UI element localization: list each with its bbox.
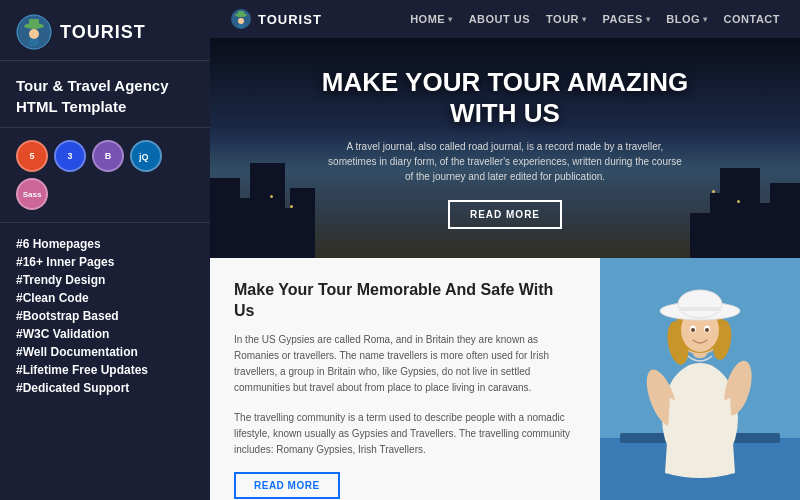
lower-title: Make Your Tour Memorable And Safe With U… <box>234 280 576 322</box>
home-dropdown-arrow: ▾ <box>448 15 453 24</box>
hero-content: MAKE YOUR TOUR AMAZING WITH US A travel … <box>282 67 728 229</box>
html5-badge: 5 <box>16 140 48 172</box>
html5-label: 5 <box>29 151 34 161</box>
lower-text-content: Make Your Tour Memorable And Safe With U… <box>210 258 600 500</box>
hero-section: MAKE YOUR TOUR AMAZING WITH US A travel … <box>210 38 800 258</box>
lower-description-1: In the US Gypsies are called Roma, and i… <box>234 332 576 396</box>
lower-image-area <box>600 258 800 500</box>
nav-item-pages[interactable]: PAGES ▾ <box>603 13 651 25</box>
svg-rect-25 <box>678 307 722 311</box>
nav-item-contact[interactable]: CONTACT <box>724 13 780 25</box>
nav-label-contact: CONTACT <box>724 13 780 25</box>
features-list: #6 Homepages #16+ Inner Pages #Trendy De… <box>16 235 194 397</box>
sidebar-title: Tour & Travel Agency HTML Template <box>16 75 194 117</box>
nav-brand: TOURIST <box>230 8 322 30</box>
lower-description-2: The travelling community is a term used … <box>234 410 576 458</box>
svg-rect-8 <box>238 11 244 16</box>
feature-item: #Lifetime Free Updates <box>16 361 194 379</box>
top-navigation: TOURIST HOME ▾ ABOUT US TOUR ▾ <box>210 0 800 38</box>
nav-label-tour: TOUR <box>546 13 579 25</box>
svg-point-28 <box>691 328 695 332</box>
feature-item: #Bootstrap Based <box>16 307 194 325</box>
nav-label-about: ABOUT US <box>469 13 530 25</box>
svg-rect-2 <box>29 19 39 27</box>
tour-dropdown-arrow: ▾ <box>582 15 587 24</box>
sass-label: Sass <box>23 190 42 199</box>
sidebar: TOURIST Tour & Travel Agency HTML Templa… <box>0 0 210 500</box>
bs-label: B <box>105 151 112 161</box>
lower-read-more-button[interactable]: READ MORE <box>234 472 340 499</box>
blog-dropdown-arrow: ▾ <box>703 15 708 24</box>
hero-title-line2: WITH US <box>450 98 560 128</box>
svg-text:jQ: jQ <box>138 152 149 162</box>
feature-item: #Clean Code <box>16 289 194 307</box>
nav-link-tour[interactable]: TOUR ▾ <box>546 13 586 25</box>
hero-read-more-button[interactable]: READ MORE <box>448 200 562 229</box>
nav-item-about[interactable]: ABOUT US <box>469 13 530 25</box>
window-light <box>737 200 740 203</box>
feature-item: #Well Documentation <box>16 343 194 361</box>
nav-label-pages: PAGES <box>603 13 643 25</box>
nav-item-home[interactable]: HOME ▾ <box>410 13 453 25</box>
tourist-logo-icon <box>16 14 52 50</box>
svg-point-24 <box>678 290 722 318</box>
nav-link-about[interactable]: ABOUT US <box>469 13 530 25</box>
sidebar-logo-area: TOURIST <box>0 0 210 61</box>
bootstrap-badge: B <box>92 140 124 172</box>
svg-point-29 <box>705 328 709 332</box>
nav-label-home: HOME <box>410 13 445 25</box>
pages-dropdown-arrow: ▾ <box>646 15 651 24</box>
nav-link-blog[interactable]: BLOG ▾ <box>666 13 707 25</box>
hero-title: MAKE YOUR TOUR AMAZING WITH US <box>322 67 688 129</box>
sidebar-subtitle: Tour & Travel Agency HTML Template <box>0 61 210 128</box>
features-list-area: #6 Homepages #16+ Inner Pages #Trendy De… <box>0 223 210 500</box>
main-content: TOURIST HOME ▾ ABOUT US TOUR ▾ <box>210 0 800 500</box>
hero-subtitle: A travel journal, also called road journ… <box>325 139 685 184</box>
window-light <box>270 195 273 198</box>
hero-title-line1: MAKE YOUR TOUR AMAZING <box>322 67 688 97</box>
jquery-badge: jQ <box>130 140 162 172</box>
woman-illustration <box>600 258 800 500</box>
svg-point-3 <box>29 29 39 39</box>
nav-link-pages[interactable]: PAGES ▾ <box>603 13 651 25</box>
logo-text: TOURIST <box>60 22 146 43</box>
nav-logo-icon <box>230 8 252 30</box>
feature-item: #W3C Validation <box>16 325 194 343</box>
nav-link-home[interactable]: HOME ▾ <box>410 13 453 25</box>
nav-link-contact[interactable]: CONTACT <box>724 13 780 25</box>
feature-item: #Trendy Design <box>16 271 194 289</box>
lower-section: Make Your Tour Memorable And Safe With U… <box>210 258 800 500</box>
svg-point-9 <box>238 18 244 24</box>
svg-rect-10 <box>238 24 244 28</box>
css3-label: 3 <box>67 151 72 161</box>
feature-item: #16+ Inner Pages <box>16 253 194 271</box>
nav-label-blog: BLOG <box>666 13 700 25</box>
tech-badges-area: 5 3 B jQ Sass <box>0 128 210 223</box>
feature-item: #Dedicated Support <box>16 379 194 397</box>
sass-badge: Sass <box>16 178 48 210</box>
nav-brand-text: TOURIST <box>258 12 322 27</box>
nav-links: HOME ▾ ABOUT US TOUR ▾ PAGES ▾ <box>410 13 780 25</box>
jquery-icon: jQ <box>137 147 155 165</box>
nav-item-blog[interactable]: BLOG ▾ <box>666 13 707 25</box>
feature-item: #6 Homepages <box>16 235 194 253</box>
nav-item-tour[interactable]: TOUR ▾ <box>546 13 586 25</box>
svg-rect-4 <box>29 39 39 46</box>
css3-badge: 3 <box>54 140 86 172</box>
